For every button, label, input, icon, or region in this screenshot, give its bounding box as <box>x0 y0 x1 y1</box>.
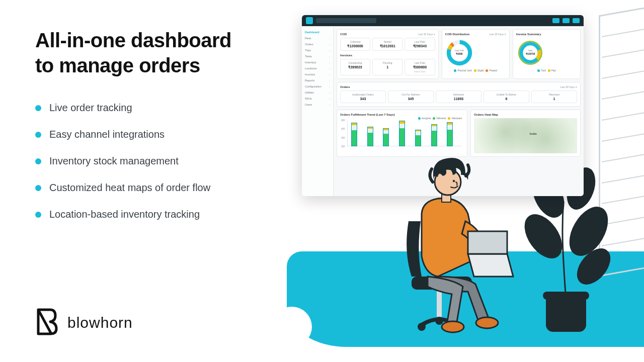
bullet-icon <box>35 185 41 191</box>
y-tick-label: 20K <box>341 145 345 148</box>
stat-delivered: Delivered11893 <box>436 90 481 103</box>
feature-item: Live order tracking <box>35 102 297 114</box>
sidebar-label: Dashboard <box>305 31 319 34</box>
sidebar-item-users[interactable]: Users› <box>302 102 333 108</box>
window-min-icon[interactable] <box>552 18 559 23</box>
map-country-label: India <box>530 132 537 135</box>
stat-pending: Pending1 <box>372 59 403 75</box>
brand: blowhorn <box>35 308 133 338</box>
chevron-right-icon: › <box>329 55 330 58</box>
feature-item: Inventory stock management <box>35 155 297 167</box>
card-title: Orders Fulfillment Trend (Last 7 Days) <box>340 113 395 116</box>
feature-text: Live order tracking <box>49 102 132 114</box>
sidebar-item-orders[interactable]: Orders› <box>302 41 333 47</box>
svg-point-22 <box>476 317 498 328</box>
stat-value: ₹389800 <box>406 65 433 69</box>
window-max-icon[interactable] <box>562 18 570 23</box>
sidebar-item-fleet[interactable]: Fleet› <box>302 35 333 41</box>
svg-point-20 <box>435 317 443 325</box>
y-tick-label: 40K <box>341 136 345 139</box>
sidebar-label: SKUs <box>305 97 312 100</box>
legend: Physical Cash Digital Prepaid <box>445 69 506 72</box>
svg-point-2 <box>518 209 569 264</box>
stat-value: ₹289023 <box>342 65 369 69</box>
stat-value: 1 <box>533 97 576 101</box>
sidebar-label: Tasks <box>305 55 312 58</box>
legend-label: Physical Cash <box>457 69 472 72</box>
person-illustration <box>362 126 523 342</box>
donut-chart-icon: Total ₹129736 <box>516 39 544 67</box>
stat-label: Collected <box>342 40 369 43</box>
stat-value: ₹1200000 <box>342 44 369 48</box>
sidebar-item-reports[interactable]: Reports› <box>302 77 333 83</box>
legend: Total Paid <box>516 69 577 72</box>
invoice-summary-card: Invoice Summary Total ₹129736 Total Paid <box>513 29 581 79</box>
stat-value: 1 <box>374 65 401 69</box>
stat-unable: Unable To Deliver6 <box>484 90 529 103</box>
sidebar-item-utilities[interactable]: Utilities› <box>302 89 333 96</box>
stat-label: Delivered <box>437 93 480 96</box>
feature-text: Inventory stock management <box>49 155 179 167</box>
stat-value: 345 <box>389 97 432 101</box>
chevron-right-icon: › <box>329 103 330 106</box>
app-logo-icon <box>306 17 313 24</box>
legend-label: Total <box>541 69 546 72</box>
card-title: Orders <box>340 85 350 88</box>
chevron-right-icon: › <box>329 49 330 52</box>
chevron-right-icon: › <box>329 91 330 94</box>
stat-value: 6 <box>485 97 528 101</box>
sidebar-item-dashboard[interactable]: Dashboard <box>302 29 333 35</box>
sidebar-label: Trips <box>305 49 311 52</box>
chevron-right-icon: › <box>329 67 330 70</box>
cod-distribution-card: COD DistributionLast 30 Days ▾ Total COD… <box>442 29 510 79</box>
sidebar-item-tasks[interactable]: Tasks› <box>302 53 333 59</box>
sidebar-item-trips[interactable]: Trips› <box>302 47 333 53</box>
bullet-icon <box>35 132 41 138</box>
sidebar-label: Invoices <box>305 73 315 76</box>
card-title: Orders Heat Map <box>474 113 498 116</box>
window-close-icon[interactable] <box>573 18 580 23</box>
stat-value: ₹298343 <box>406 44 433 48</box>
stat-label: Unallocated Orders <box>342 93 384 96</box>
headline: All-in-one dashboard to manage orders <box>35 28 297 78</box>
chevron-right-icon: › <box>329 37 330 40</box>
legend-label: Attempted <box>451 117 462 120</box>
sidebar-label: Orders <box>305 43 313 46</box>
card-title: Invoice Summary <box>516 33 541 36</box>
bullet-icon <box>35 105 41 111</box>
svg-text:₹0000: ₹0000 <box>456 53 463 55</box>
range-dropdown[interactable]: Last 30 Days ▾ <box>418 33 435 36</box>
brand-name: blowhorn <box>67 314 133 331</box>
card-title: COD Distribution <box>445 33 470 36</box>
feature-text: Easy channel integrations <box>49 129 165 140</box>
legend-label: Digital <box>477 69 484 72</box>
sidebar-label: Inventory <box>305 61 316 64</box>
chevron-right-icon: › <box>329 79 330 82</box>
svg-point-23 <box>442 321 464 332</box>
bar <box>351 123 357 146</box>
sidebar-item-inventory[interactable]: Inventory› <box>302 59 333 65</box>
stat-sub: Feb 02 2022 <box>406 70 433 73</box>
sidebar-label: Locations <box>305 67 317 70</box>
search-input[interactable] <box>316 18 376 23</box>
feature-item: Customized heat maps of order flow <box>35 182 297 194</box>
card-title: Invoices <box>340 54 352 57</box>
stat-inv-lastpaid: Last Paid₹389800Feb 02 2022 <box>405 59 435 75</box>
sidebar-item-skus[interactable]: SKUs› <box>302 96 333 102</box>
chevron-right-icon: › <box>329 73 330 76</box>
chevron-right-icon: › <box>329 43 330 46</box>
stat-label: Settled <box>374 40 401 43</box>
range-dropdown[interactable]: Last 30 Days ▾ <box>489 33 506 36</box>
bullet-icon <box>35 158 41 164</box>
sidebar-item-configuration[interactable]: Configuration› <box>302 83 333 89</box>
stat-lastpaid: Last Paid₹298343 <box>405 38 435 51</box>
stat-returned: Returned1 <box>531 90 577 103</box>
legend-label: Paid <box>551 69 556 72</box>
range-dropdown[interactable]: Last 30 Days ▾ <box>560 85 577 88</box>
brand-logo-icon <box>35 308 58 338</box>
donut-chart-icon: Total COD ₹0000 <box>445 39 473 67</box>
cod-card: CODLast 30 Days ▾ Collected₹1200000 Sett… <box>337 29 439 79</box>
chevron-right-icon: › <box>329 61 330 64</box>
sidebar-item-invoices[interactable]: Invoices› <box>302 71 333 77</box>
sidebar-item-locations[interactable]: Locations› <box>302 65 333 71</box>
